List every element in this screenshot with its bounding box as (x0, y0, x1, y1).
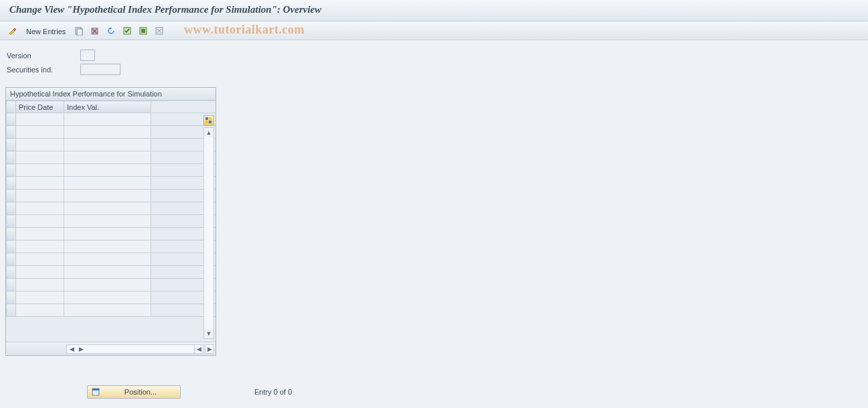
securities-input[interactable] (80, 64, 120, 75)
row-selector-header[interactable] (7, 101, 16, 113)
cell-index-val[interactable] (64, 151, 151, 164)
cell-price-date[interactable] (16, 215, 64, 228)
svg-rect-12 (209, 117, 211, 120)
cell-price-date[interactable] (16, 266, 64, 279)
cell-index-val[interactable] (64, 291, 151, 304)
cell-index-val[interactable] (64, 253, 151, 266)
copy-button[interactable] (72, 24, 86, 38)
row-selector[interactable] (7, 164, 16, 177)
cell-index-val[interactable] (64, 126, 151, 139)
cell-index-val[interactable] (64, 139, 151, 151)
cell-index-val[interactable] (64, 304, 151, 317)
cell-price-date[interactable] (16, 304, 64, 317)
table-row[interactable] (7, 202, 216, 215)
cell-price-date[interactable] (16, 253, 64, 266)
footer-bar: Position... Entry 0 of 0 (0, 385, 292, 399)
row-selector[interactable] (7, 241, 16, 253)
cell-price-date[interactable] (16, 139, 64, 151)
row-selector[interactable] (7, 291, 16, 304)
cell-index-val[interactable] (64, 177, 151, 190)
grid: Price Date Index Val. ▲ ▼ (6, 100, 215, 342)
version-input[interactable] (80, 50, 95, 61)
cell-index-val[interactable] (64, 202, 151, 215)
table-row[interactable] (7, 190, 216, 202)
row-selector[interactable] (7, 215, 16, 228)
cell-index-val[interactable] (64, 241, 151, 253)
row-selector[interactable] (7, 228, 16, 241)
vertical-scrollbar[interactable]: ▲ ▼ (203, 127, 214, 339)
row-selector[interactable] (7, 202, 16, 215)
row-selector[interactable] (7, 177, 16, 190)
cell-price-date[interactable] (16, 279, 64, 291)
table-row[interactable] (7, 241, 216, 253)
cell-index-val[interactable] (64, 190, 151, 202)
table-row[interactable] (7, 113, 216, 126)
cell-index-val[interactable] (64, 228, 151, 241)
cell-price-date[interactable] (16, 228, 64, 241)
col-price-date[interactable]: Price Date (16, 101, 64, 113)
cell-index-val[interactable] (64, 266, 151, 279)
table-settings-icon (205, 117, 212, 124)
scroll-left-icon[interactable]: ◀ (67, 345, 76, 353)
table-row[interactable] (7, 164, 216, 177)
watermark: www.tutorialkart.com (184, 23, 305, 37)
table-row[interactable] (7, 253, 216, 266)
svg-rect-13 (205, 121, 208, 123)
row-selector[interactable] (7, 139, 16, 151)
row-selector[interactable] (7, 151, 16, 164)
row-selector[interactable] (7, 266, 16, 279)
entry-counter: Entry 0 of 0 (254, 388, 292, 396)
cell-price-date[interactable] (16, 151, 64, 164)
select-all-icon (122, 26, 132, 36)
row-selector[interactable] (7, 279, 16, 291)
table-row[interactable] (7, 151, 216, 164)
svg-rect-11 (205, 117, 208, 120)
cell-index-val[interactable] (64, 113, 151, 126)
row-selector[interactable] (7, 113, 16, 126)
cell-price-date[interactable] (16, 126, 64, 139)
new-entries-button[interactable]: New Entries (21, 24, 70, 38)
row-selector[interactable] (7, 304, 16, 317)
select-all-button[interactable] (120, 24, 135, 38)
horizontal-scrollbar[interactable]: ◀ ▶ (66, 344, 200, 354)
form-area: Version Securities ind. (0, 40, 868, 83)
version-label: Version (7, 52, 80, 60)
cell-price-date[interactable] (16, 177, 64, 190)
position-button[interactable]: Position... (87, 385, 181, 399)
table-row[interactable] (7, 126, 216, 139)
scroll-right2-icon[interactable]: ▶ (205, 344, 214, 354)
table-row[interactable] (7, 266, 216, 279)
edit-toggle-button[interactable] (5, 24, 20, 38)
scroll-right-icon[interactable]: ▶ (76, 345, 86, 353)
row-selector[interactable] (7, 190, 16, 202)
table-settings-button[interactable] (203, 115, 214, 126)
table-row[interactable] (7, 215, 216, 228)
table-row[interactable] (7, 139, 216, 151)
cell-price-date[interactable] (16, 164, 64, 177)
scroll-left2-icon[interactable]: ◀ (194, 344, 203, 354)
cell-index-val[interactable] (64, 279, 151, 291)
table-row[interactable] (7, 304, 216, 317)
cell-price-date[interactable] (16, 113, 64, 126)
cell-price-date[interactable] (16, 291, 64, 304)
cell-price-date[interactable] (16, 202, 64, 215)
undo-button[interactable] (104, 24, 118, 38)
delete-button[interactable] (88, 24, 102, 38)
toolbar: New Entries (0, 21, 868, 40)
scroll-up-icon[interactable]: ▲ (204, 128, 213, 137)
deselect-all-button[interactable] (152, 24, 167, 38)
table-row[interactable] (7, 279, 216, 291)
select-block-button[interactable] (136, 24, 151, 38)
cell-price-date[interactable] (16, 190, 64, 202)
scroll-down-icon[interactable]: ▼ (204, 329, 213, 338)
cell-index-val[interactable] (64, 215, 151, 228)
table-row[interactable] (7, 177, 216, 190)
page-title: Change View "Hypothetical Index Performa… (0, 0, 868, 21)
col-index-val[interactable]: Index Val. (64, 101, 151, 113)
table-row[interactable] (7, 291, 216, 304)
cell-index-val[interactable] (64, 164, 151, 177)
table-row[interactable] (7, 228, 216, 241)
row-selector[interactable] (7, 253, 16, 266)
cell-price-date[interactable] (16, 241, 64, 253)
row-selector[interactable] (7, 126, 16, 139)
